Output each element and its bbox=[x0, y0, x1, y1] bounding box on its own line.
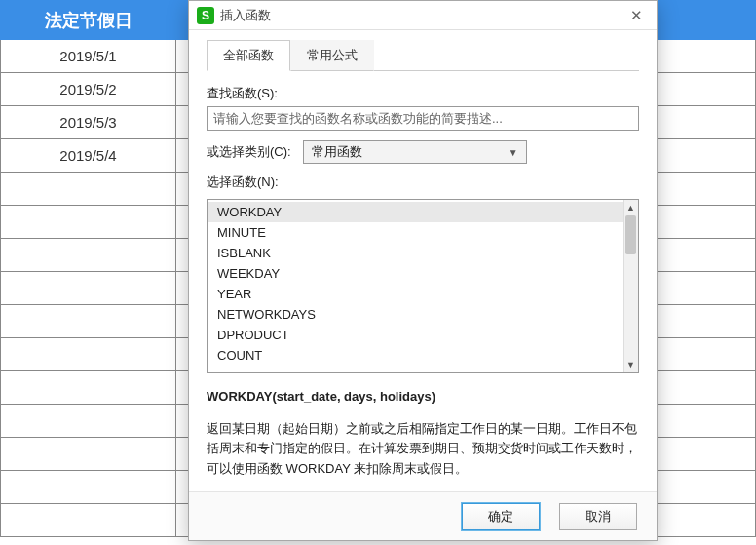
cell[interactable] bbox=[1, 504, 176, 537]
cell[interactable]: 2019/5/1 bbox=[1, 40, 176, 73]
cell[interactable] bbox=[1, 471, 176, 504]
dialog-title: 插入函数 bbox=[220, 7, 622, 24]
function-item-isblank[interactable]: ISBLANK bbox=[208, 243, 638, 263]
listbox-scrollbar[interactable]: ▲ ▼ bbox=[623, 200, 638, 372]
scroll-down-icon[interactable]: ▼ bbox=[624, 357, 638, 372]
search-label: 查找函数(S): bbox=[207, 85, 639, 102]
dialog-body: 全部函数 常用公式 查找函数(S): 或选择类别(C): 常用函数 ▼ 选择函数… bbox=[189, 30, 657, 491]
function-item-workday[interactable]: WORKDAY bbox=[208, 202, 638, 222]
tab-common-formula[interactable]: 常用公式 bbox=[290, 40, 374, 71]
scroll-thumb[interactable] bbox=[625, 215, 636, 254]
dialog-buttons: 确定 取消 bbox=[189, 491, 657, 540]
cell[interactable] bbox=[1, 305, 176, 338]
function-item-count[interactable]: COUNT bbox=[208, 345, 638, 366]
cell[interactable] bbox=[1, 272, 176, 305]
tab-all-functions[interactable]: 全部函数 bbox=[207, 40, 290, 71]
function-item-year[interactable]: YEAR bbox=[208, 284, 638, 304]
search-input[interactable] bbox=[207, 106, 639, 131]
cell[interactable] bbox=[1, 239, 176, 272]
dialog-titlebar[interactable]: S 插入函数 ✕ bbox=[189, 1, 657, 30]
insert-function-dialog: S 插入函数 ✕ 全部函数 常用公式 查找函数(S): 或选择类别(C): 常用… bbox=[188, 0, 658, 541]
cell[interactable] bbox=[1, 438, 176, 471]
function-item-minute[interactable]: MINUTE bbox=[208, 222, 638, 243]
category-select[interactable]: 常用函数 ▼ bbox=[303, 140, 527, 164]
cell[interactable] bbox=[1, 338, 176, 371]
cell[interactable] bbox=[1, 371, 176, 405]
ok-button[interactable]: 确定 bbox=[462, 503, 540, 530]
scroll-up-icon[interactable]: ▲ bbox=[624, 200, 638, 215]
close-icon[interactable]: ✕ bbox=[622, 7, 651, 24]
cell[interactable]: 2019/5/3 bbox=[1, 106, 176, 139]
function-description-text: 返回某日期（起始日期）之前或之后相隔指定工作日的某一日期。工作日不包括周末和专门… bbox=[207, 419, 639, 480]
category-label: 或选择类别(C): bbox=[207, 143, 291, 161]
function-item-networkdays[interactable]: NETWORKDAYS bbox=[208, 304, 638, 325]
function-description: WORKDAY(start_date, days, holidays) 返回某日… bbox=[207, 387, 639, 480]
cell[interactable] bbox=[1, 173, 176, 206]
function-signature: WORKDAY(start_date, days, holidays) bbox=[207, 387, 639, 408]
cell[interactable]: 2019/5/2 bbox=[1, 73, 176, 106]
function-item-dproduct[interactable]: DPRODUCT bbox=[208, 325, 638, 345]
function-item-weekday[interactable]: WEEKDAY bbox=[208, 263, 638, 284]
scroll-track[interactable] bbox=[624, 215, 638, 357]
tabs: 全部函数 常用公式 bbox=[207, 40, 639, 71]
cell[interactable] bbox=[1, 405, 176, 438]
column-header-holiday: 法定节假日 bbox=[1, 1, 176, 40]
cancel-button[interactable]: 取消 bbox=[559, 503, 637, 530]
select-function-label: 选择函数(N): bbox=[207, 174, 639, 191]
cell[interactable]: 2019/5/4 bbox=[1, 139, 176, 173]
app-icon: S bbox=[197, 7, 214, 24]
function-listbox: WORKDAY MINUTE ISBLANK WEEKDAY YEAR NETW… bbox=[207, 199, 639, 373]
category-value: 常用函数 bbox=[312, 143, 362, 161]
cell[interactable] bbox=[1, 206, 176, 239]
chevron-down-icon: ▼ bbox=[509, 147, 518, 158]
